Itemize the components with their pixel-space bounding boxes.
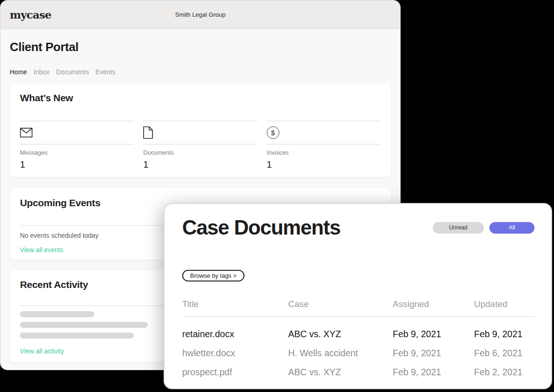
modal-header: Case Documents Unread All (182, 216, 534, 239)
case-documents-modal: Case Documents Unread All Browse by tags… (164, 203, 552, 389)
stat-count: 1 (143, 159, 257, 170)
divider (182, 316, 535, 317)
portal-nav: Home Inbox Documents Events (10, 68, 391, 76)
stat-messages[interactable]: Messages 1 (20, 121, 134, 170)
stat-label: Messages (20, 149, 134, 156)
stat-icon-box (143, 121, 257, 144)
cell-case: H. Wells accident (288, 348, 393, 359)
table-row[interactable]: retainer.docx ABC vs. XYZ Feb 9, 2021 Fe… (182, 329, 535, 340)
table-header-row: Title Case Assigned Updated (182, 299, 535, 309)
nav-item-documents[interactable]: Documents (56, 68, 89, 76)
envelope-icon (20, 128, 33, 137)
stat-documents[interactable]: Documents 1 (143, 121, 257, 170)
stat-label: Documents (143, 149, 257, 156)
nav-item-inbox[interactable]: Inbox (33, 68, 49, 76)
stat-count: 1 (20, 159, 134, 170)
mycase-logo: mycase (10, 8, 51, 21)
stat-invoices[interactable]: $ Invoices 1 (267, 121, 381, 170)
column-header-case: Case (288, 299, 393, 309)
column-header-updated: Updated (474, 299, 535, 309)
filter-unread-button[interactable]: Unread (433, 222, 484, 234)
documents-table: Title Case Assigned Updated retainer.doc… (182, 299, 534, 378)
whats-new-card: What’s New Messages 1 (10, 83, 391, 177)
page-title: Client Portal (10, 40, 391, 54)
table-row[interactable]: prospect.pdf ABC vs. XYZ Feb 9, 2021 Feb… (182, 367, 535, 378)
nav-item-home[interactable]: Home (10, 68, 27, 76)
cell-case: ABC vs. XYZ (288, 367, 393, 378)
filter-all-button[interactable]: All (489, 222, 534, 234)
cell-assigned: Feb 9, 2021 (393, 348, 474, 359)
cell-updated: Feb 9, 2021 (474, 329, 535, 340)
stat-count: 1 (267, 159, 381, 170)
skeleton-bar (20, 322, 148, 328)
cell-assigned: Feb 9, 2021 (393, 329, 474, 340)
view-all-events-link[interactable]: View all events (20, 246, 63, 254)
cell-case: ABC vs. XYZ (288, 329, 393, 340)
skeleton-bar (20, 333, 134, 339)
cell-updated: Feb 6, 2021 (474, 348, 535, 359)
table-row[interactable]: hwletter.docx H. Wells accident Feb 9, 2… (182, 348, 535, 359)
portal-header: mycase Smith Legal Group (0, 0, 400, 29)
cell-title: retainer.docx (182, 329, 288, 340)
firm-name: Smith Legal Group (0, 11, 400, 18)
document-icon (143, 126, 153, 139)
column-header-title: Title (182, 299, 288, 309)
whats-new-stats: Messages 1 Documents 1 $ (20, 121, 381, 170)
view-all-activity-link[interactable]: View all activity (20, 347, 64, 355)
nav-item-events[interactable]: Events (95, 68, 115, 76)
modal-title: Case Documents (182, 216, 340, 239)
cell-assigned: Feb 9, 2021 (393, 367, 474, 378)
cell-updated: Feb 2, 2021 (474, 367, 535, 378)
dollar-circle-icon: $ (267, 126, 279, 139)
cell-title: prospect.pdf (182, 367, 288, 378)
browse-by-tags-button[interactable]: Browse by tags > (182, 270, 244, 281)
stat-icon-box: $ (267, 121, 381, 144)
filter-toggle: Unread All (433, 222, 534, 234)
column-header-assigned: Assigned (393, 299, 474, 309)
skeleton-bar (20, 311, 94, 317)
stat-label: Invoices (267, 149, 381, 156)
cell-title: hwletter.docx (182, 348, 288, 359)
whats-new-title: What’s New (20, 92, 381, 104)
stat-icon-box (20, 121, 134, 144)
